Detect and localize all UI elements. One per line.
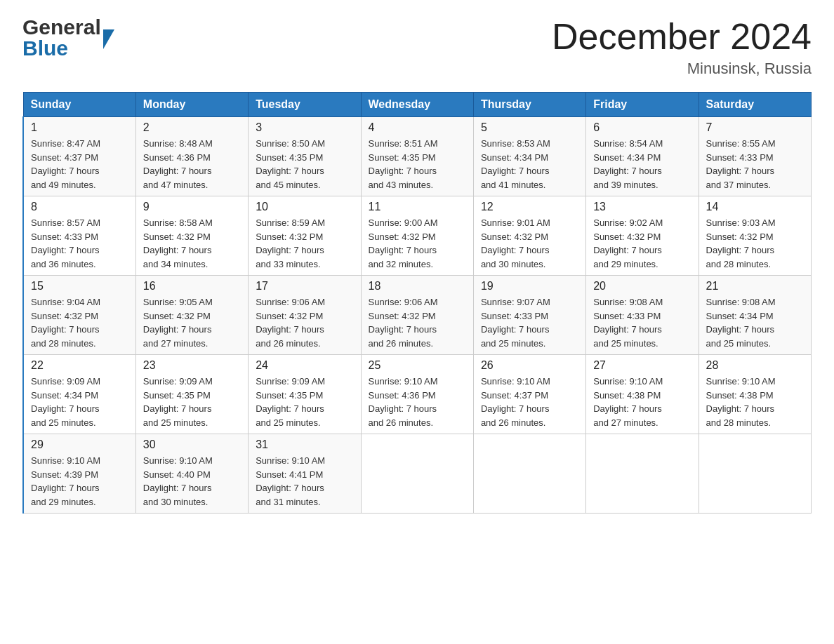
calendar-week-row: 15Sunrise: 9:04 AM Sunset: 4:32 PM Dayli… <box>23 276 812 355</box>
day-number: 26 <box>481 359 578 372</box>
table-row: 22Sunrise: 9:09 AM Sunset: 4:34 PM Dayli… <box>23 355 135 434</box>
table-row: 30Sunrise: 9:10 AM Sunset: 4:40 PM Dayli… <box>135 434 248 514</box>
day-number: 19 <box>481 280 578 293</box>
col-tuesday: Tuesday <box>249 93 361 117</box>
table-row: 14Sunrise: 9:03 AM Sunset: 4:32 PM Dayli… <box>699 196 811 276</box>
table-row: 17Sunrise: 9:06 AM Sunset: 4:32 PM Dayli… <box>249 276 361 355</box>
day-info: Sunrise: 9:09 AM Sunset: 4:35 PM Dayligh… <box>143 375 241 429</box>
table-row: 21Sunrise: 9:08 AM Sunset: 4:34 PM Dayli… <box>699 276 811 355</box>
day-info: Sunrise: 9:09 AM Sunset: 4:34 PM Dayligh… <box>31 375 128 429</box>
table-row: 31Sunrise: 9:10 AM Sunset: 4:41 PM Dayli… <box>249 434 361 514</box>
table-row: 26Sunrise: 9:10 AM Sunset: 4:37 PM Dayli… <box>473 355 585 434</box>
day-number: 1 <box>31 121 128 134</box>
day-info: Sunrise: 9:05 AM Sunset: 4:32 PM Dayligh… <box>143 295 241 350</box>
day-info: Sunrise: 9:10 AM Sunset: 4:38 PM Dayligh… <box>593 375 691 429</box>
day-number: 16 <box>143 280 241 293</box>
col-monday: Monday <box>135 93 248 117</box>
day-number: 18 <box>369 280 466 293</box>
day-info: Sunrise: 9:01 AM Sunset: 4:32 PM Dayligh… <box>481 216 578 271</box>
day-info: Sunrise: 8:54 AM Sunset: 4:34 PM Dayligh… <box>593 137 691 192</box>
logo-blue: Blue <box>22 38 101 59</box>
day-info: Sunrise: 8:55 AM Sunset: 4:33 PM Dayligh… <box>706 137 804 192</box>
table-row: 16Sunrise: 9:05 AM Sunset: 4:32 PM Dayli… <box>135 276 248 355</box>
day-info: Sunrise: 9:10 AM Sunset: 4:36 PM Dayligh… <box>369 375 466 429</box>
table-row: 29Sunrise: 9:10 AM Sunset: 4:39 PM Dayli… <box>23 434 135 514</box>
table-row: 1Sunrise: 8:47 AM Sunset: 4:37 PM Daylig… <box>23 117 135 196</box>
day-info: Sunrise: 9:07 AM Sunset: 4:33 PM Dayligh… <box>481 295 578 350</box>
day-info: Sunrise: 8:59 AM Sunset: 4:32 PM Dayligh… <box>256 216 353 271</box>
col-wednesday: Wednesday <box>361 93 473 117</box>
day-number: 7 <box>706 121 804 134</box>
day-info: Sunrise: 9:10 AM Sunset: 4:40 PM Dayligh… <box>143 454 241 509</box>
table-row <box>699 434 811 514</box>
table-row: 2Sunrise: 8:48 AM Sunset: 4:36 PM Daylig… <box>135 117 248 196</box>
day-number: 20 <box>593 280 691 293</box>
table-row: 9Sunrise: 8:58 AM Sunset: 4:32 PM Daylig… <box>135 196 248 276</box>
day-info: Sunrise: 8:47 AM Sunset: 4:37 PM Dayligh… <box>31 137 128 192</box>
col-friday: Friday <box>586 93 699 117</box>
day-info: Sunrise: 8:58 AM Sunset: 4:32 PM Dayligh… <box>143 216 241 271</box>
day-info: Sunrise: 8:50 AM Sunset: 4:35 PM Dayligh… <box>256 137 353 192</box>
day-number: 11 <box>369 201 466 213</box>
col-sunday: Sunday <box>23 93 135 117</box>
location-subtitle: Minusinsk, Russia <box>552 60 812 78</box>
day-number: 22 <box>31 359 128 372</box>
header-row: Sunday Monday Tuesday Wednesday Thursday… <box>23 93 812 117</box>
logo: General Blue <box>22 17 114 59</box>
day-info: Sunrise: 9:06 AM Sunset: 4:32 PM Dayligh… <box>256 295 353 350</box>
table-row: 10Sunrise: 8:59 AM Sunset: 4:32 PM Dayli… <box>249 196 361 276</box>
day-number: 14 <box>706 201 804 213</box>
day-info: Sunrise: 9:03 AM Sunset: 4:32 PM Dayligh… <box>706 216 804 271</box>
day-number: 6 <box>593 121 691 134</box>
table-row: 20Sunrise: 9:08 AM Sunset: 4:33 PM Dayli… <box>586 276 699 355</box>
calendar-week-row: 29Sunrise: 9:10 AM Sunset: 4:39 PM Dayli… <box>23 434 812 514</box>
logo-triangle-icon <box>101 27 114 49</box>
logo-general: General <box>22 17 101 38</box>
day-info: Sunrise: 8:51 AM Sunset: 4:35 PM Dayligh… <box>369 137 466 192</box>
day-info: Sunrise: 8:57 AM Sunset: 4:33 PM Dayligh… <box>31 216 128 271</box>
table-row: 8Sunrise: 8:57 AM Sunset: 4:33 PM Daylig… <box>23 196 135 276</box>
day-number: 24 <box>256 359 353 372</box>
month-title: December 2024 <box>552 17 812 57</box>
day-number: 27 <box>593 359 691 372</box>
calendar-body: 1Sunrise: 8:47 AM Sunset: 4:37 PM Daylig… <box>23 117 812 514</box>
day-number: 9 <box>143 201 241 213</box>
day-number: 31 <box>256 438 353 451</box>
table-row: 13Sunrise: 9:02 AM Sunset: 4:32 PM Dayli… <box>586 196 699 276</box>
table-row <box>361 434 473 514</box>
table-row <box>473 434 585 514</box>
day-number: 2 <box>143 121 241 134</box>
table-row: 15Sunrise: 9:04 AM Sunset: 4:32 PM Dayli… <box>23 276 135 355</box>
col-thursday: Thursday <box>473 93 585 117</box>
day-number: 17 <box>256 280 353 293</box>
day-number: 21 <box>706 280 804 293</box>
day-info: Sunrise: 9:00 AM Sunset: 4:32 PM Dayligh… <box>369 216 466 271</box>
day-number: 8 <box>31 201 128 213</box>
day-number: 15 <box>31 280 128 293</box>
day-info: Sunrise: 9:09 AM Sunset: 4:35 PM Dayligh… <box>256 375 353 429</box>
table-row: 6Sunrise: 8:54 AM Sunset: 4:34 PM Daylig… <box>586 117 699 196</box>
day-info: Sunrise: 9:10 AM Sunset: 4:38 PM Dayligh… <box>706 375 804 429</box>
day-info: Sunrise: 9:02 AM Sunset: 4:32 PM Dayligh… <box>593 216 691 271</box>
day-info: Sunrise: 9:08 AM Sunset: 4:33 PM Dayligh… <box>593 295 691 350</box>
table-row: 24Sunrise: 9:09 AM Sunset: 4:35 PM Dayli… <box>249 355 361 434</box>
page-header: General Blue December 2024 Minusinsk, Ru… <box>22 17 812 78</box>
table-row: 7Sunrise: 8:55 AM Sunset: 4:33 PM Daylig… <box>699 117 811 196</box>
day-info: Sunrise: 8:48 AM Sunset: 4:36 PM Dayligh… <box>143 137 241 192</box>
day-info: Sunrise: 9:08 AM Sunset: 4:34 PM Dayligh… <box>706 295 804 350</box>
table-row: 12Sunrise: 9:01 AM Sunset: 4:32 PM Dayli… <box>473 196 585 276</box>
table-row: 3Sunrise: 8:50 AM Sunset: 4:35 PM Daylig… <box>249 117 361 196</box>
day-number: 13 <box>593 201 691 213</box>
day-info: Sunrise: 9:04 AM Sunset: 4:32 PM Dayligh… <box>31 295 128 350</box>
day-number: 25 <box>369 359 466 372</box>
day-number: 4 <box>369 121 466 134</box>
table-row: 25Sunrise: 9:10 AM Sunset: 4:36 PM Dayli… <box>361 355 473 434</box>
calendar-week-row: 1Sunrise: 8:47 AM Sunset: 4:37 PM Daylig… <box>23 117 812 196</box>
col-saturday: Saturday <box>699 93 811 117</box>
day-number: 3 <box>256 121 353 134</box>
table-row: 18Sunrise: 9:06 AM Sunset: 4:32 PM Dayli… <box>361 276 473 355</box>
day-info: Sunrise: 9:10 AM Sunset: 4:41 PM Dayligh… <box>256 454 353 509</box>
day-number: 30 <box>143 438 241 451</box>
table-row: 19Sunrise: 9:07 AM Sunset: 4:33 PM Dayli… <box>473 276 585 355</box>
calendar-table: Sunday Monday Tuesday Wednesday Thursday… <box>22 92 812 514</box>
